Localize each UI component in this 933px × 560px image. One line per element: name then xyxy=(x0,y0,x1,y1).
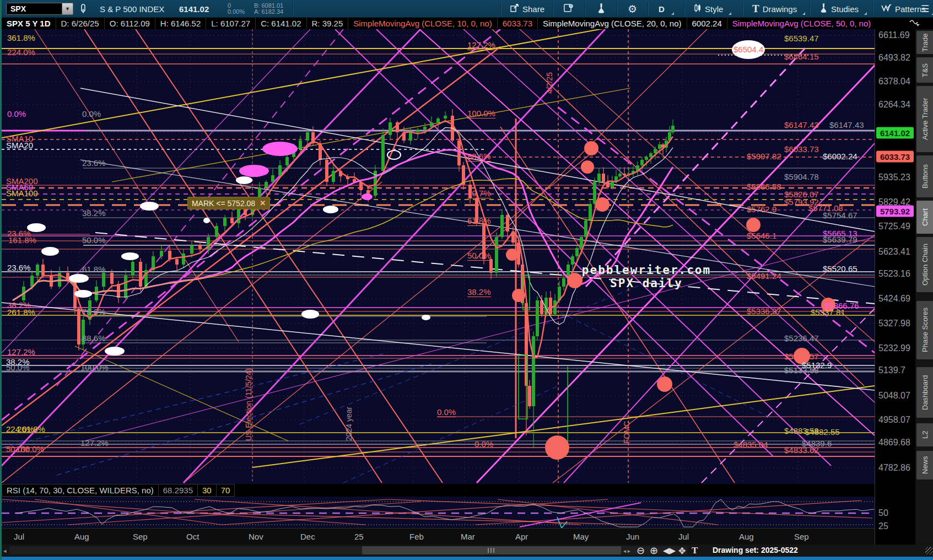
price-chart[interactable]: 361.8%224.0%0.0%0.0%SMA10SMA2023.6%SMA20… xyxy=(2,29,875,484)
study-value: 6033.73 xyxy=(498,18,538,29)
zoom-out-icon[interactable]: ⊖ xyxy=(637,545,645,557)
price-level-label: $5133.58 xyxy=(784,366,819,374)
candle-style-icon xyxy=(694,3,702,15)
style-button[interactable]: Style xyxy=(694,0,729,18)
price-level-label: $6504.4 xyxy=(734,45,763,53)
analysis-flask-button[interactable] xyxy=(597,0,606,18)
price-badge: 6141.02 xyxy=(876,127,914,139)
mark-level-tooltip[interactable]: MARK <= 5752.08 ✕ xyxy=(187,197,270,209)
flask-icon xyxy=(597,3,606,15)
study-label[interactable]: SimpleMovingAvg (CLOSE, 10, 0, no) xyxy=(348,18,498,29)
fib-level-label: 127.2% xyxy=(467,41,495,50)
fib-level-label: 88.6% xyxy=(467,152,491,161)
sidebar-tab-active-trader[interactable]: Active Trader xyxy=(916,86,933,152)
price-level-label: $5997.82 xyxy=(747,152,781,160)
notes-button[interactable]: i xyxy=(564,0,573,18)
time-axis-label: Dec xyxy=(300,532,315,541)
price-axis-tick: 5232.99 xyxy=(878,343,910,353)
mark-level-text: MARK <= 5752.08 xyxy=(192,199,255,208)
rsi-study-label[interactable]: RSI (14, 70, 30, CLOSE, WILDERS, no) xyxy=(2,484,159,497)
settings-button[interactable]: ⚙ xyxy=(628,0,637,18)
fib-level-label: SMA20 xyxy=(6,141,33,149)
toolbar-divider xyxy=(684,2,684,15)
time-axis-label: Jul xyxy=(14,532,24,541)
fib-level-label: 88.6% xyxy=(82,334,106,342)
fib-level-label: 261.8% xyxy=(17,425,45,433)
zoom-in-icon[interactable]: ⊕ xyxy=(650,545,658,557)
price-level-label: $6002.24 xyxy=(823,152,858,160)
price-level-label: $5491.24 xyxy=(747,272,781,280)
drawings-button[interactable]: T Drawings xyxy=(752,0,803,18)
chart-link-icon[interactable] xyxy=(79,0,87,18)
sidebar-tab-dashboard[interactable]: Dashboard xyxy=(916,367,933,418)
price-level-label: $5236.47 xyxy=(784,334,819,342)
sidebar-tab-l2[interactable]: L2 xyxy=(916,423,933,446)
fib-level-label: 50.0% xyxy=(467,251,491,261)
study-label[interactable]: SimpleMovingAvg (CLOSE, 50, 0, no) xyxy=(727,18,877,29)
fib-level-label: 50.0% xyxy=(82,236,106,244)
sidebar-tab-option-chain[interactable]: Option Chain xyxy=(916,237,933,292)
share-button[interactable]: Share xyxy=(510,0,544,18)
price-level-label: $5639.79 xyxy=(823,235,858,244)
fib-level-label: SMA100 xyxy=(6,189,38,197)
fib-level-label: 70.7% xyxy=(467,189,491,198)
studies-button[interactable]: Studies xyxy=(819,0,865,18)
share-icon xyxy=(510,4,519,14)
price-level-label: $6464.15 xyxy=(784,52,819,61)
move-icon[interactable]: ✥ xyxy=(678,545,686,557)
watermark-site: pebblewriter.com xyxy=(575,263,718,277)
chart-scrollbar[interactable] xyxy=(9,546,687,554)
auto-scale-icon[interactable] xyxy=(909,19,921,31)
sidebar-tab-news[interactable]: News xyxy=(916,451,933,480)
sidebar-tab-chart[interactable]: Chart xyxy=(916,201,933,234)
fib-level-label: 100.0% xyxy=(16,445,44,453)
sidebar-tab-phase-scores[interactable]: Phase Scores xyxy=(916,301,933,359)
rsi-axis-tick: 50 xyxy=(878,508,888,518)
chart-menu-button[interactable]: ☰ xyxy=(921,0,929,18)
time-axis-label: Sep xyxy=(133,532,148,541)
symbol-description: S & P 500 INDEX xyxy=(100,0,164,18)
scroll-step-icons[interactable]: ◂ ▸ xyxy=(623,545,630,557)
price-axis-tick: 6264.34 xyxy=(878,100,910,110)
time-axis[interactable]: JulAugSepOctNovDec25FebMarAprMayJunJulAu… xyxy=(2,528,875,545)
studies-fields: SimpleMovingAvg (CLOSE, 10, 0, no)6033.7… xyxy=(348,18,876,29)
fib-level-label: 100.0% xyxy=(80,363,109,371)
timeframe-button[interactable]: D xyxy=(659,0,674,18)
fib-level-label: 23.6% xyxy=(82,159,106,167)
rsi-pane[interactable] xyxy=(2,497,875,528)
scroll-left-icon[interactable]: ◂ xyxy=(3,545,7,557)
scrollbar-thumb[interactable] xyxy=(362,546,621,554)
right-gadget-sidebar: TradeT&SActive TraderButtonsChartOption … xyxy=(915,18,933,545)
fib-level-label: 127.2% xyxy=(7,348,35,356)
pan-horizontal-icon[interactable]: ◀▶ xyxy=(663,545,676,557)
time-axis-label: May xyxy=(573,532,589,541)
text-tool-icon[interactable]: T xyxy=(692,545,698,557)
sidebar-tab-buttons[interactable]: Buttons xyxy=(916,155,933,197)
price-axis[interactable]: 6611.696493.826378.046264.345935.235829.… xyxy=(875,29,915,545)
fib-level-label: 38.2% xyxy=(467,288,491,297)
close-icon[interactable]: ✕ xyxy=(260,199,266,207)
ohlc-field: L: 6107.27 xyxy=(206,18,256,29)
studies-flask-icon xyxy=(819,3,828,14)
studies-label: Studies xyxy=(831,4,859,14)
price-axis-tick: 4782.86 xyxy=(878,463,910,473)
time-axis-label: 25 xyxy=(354,532,364,541)
price-level-label: $5646.1 xyxy=(747,231,776,240)
scrollbar-grip[interactable] xyxy=(488,548,495,553)
price-level-label: $6147.43 xyxy=(784,121,819,129)
symbol-dropdown-button[interactable]: ▼ xyxy=(62,3,73,14)
sidebar-tab-t-s[interactable]: T&S xyxy=(916,57,933,83)
ohlc-field: C: 6141.02 xyxy=(256,18,306,29)
sidebar-tab-trade[interactable]: Trade xyxy=(916,31,933,54)
price-axis-tick: 5424.69 xyxy=(878,294,910,304)
drawing-set-label[interactable]: Drawing set: 2025-0522 xyxy=(713,546,798,554)
symbol-input[interactable]: SPX ▼ xyxy=(6,3,73,15)
resize-grip[interactable] xyxy=(925,547,933,554)
style-label: Style xyxy=(705,4,723,14)
svg-text:i: i xyxy=(570,4,571,8)
patterns-icon xyxy=(881,4,892,14)
fib-level-label: 78.6% xyxy=(82,308,106,316)
study-label[interactable]: SimpleMovingAvg (CLOSE, 20, 0, no) xyxy=(538,18,687,29)
price-axis-tick: 4958.07 xyxy=(878,415,910,425)
price-level-label: $5762.9 xyxy=(747,205,776,213)
